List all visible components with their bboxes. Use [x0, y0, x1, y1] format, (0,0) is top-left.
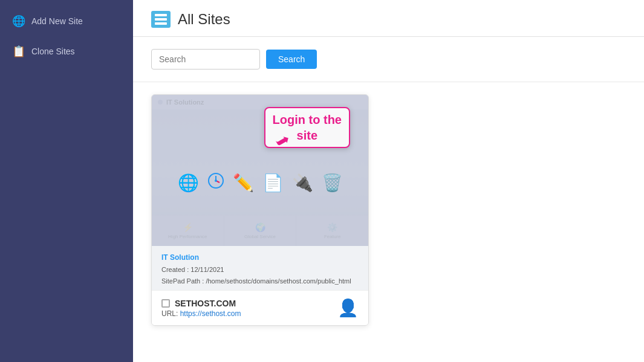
search-button[interactable]: Search — [266, 50, 317, 69]
sidebar-item-clone-sites[interactable]: 📋 Clone Sites — [0, 36, 133, 66]
card-domain-section: SETHOST.COM URL: https://sethost.com — [161, 299, 241, 318]
card-meta: Created : 12/11/2021 SitePad Path : /hom… — [161, 264, 359, 286]
sidebar-item-add-new-site[interactable]: 🌐 Add New Site — [0, 6, 133, 36]
action-icons-row: 🌐 ✏️ 📄 🔌 🗑️ — [178, 172, 343, 193]
domain-name: SETHOST.COM — [175, 299, 236, 308]
visit-site-icon[interactable]: 🌐 — [178, 173, 199, 193]
login-line1: Login to the — [273, 113, 342, 126]
svg-rect-2 — [155, 22, 167, 25]
copy-icon[interactable]: 📄 — [262, 173, 284, 193]
user-avatar-icon: 👤 — [337, 298, 359, 318]
clone-icon: 📋 — [12, 45, 25, 58]
url-row: URL: https://sethost.com — [161, 309, 241, 318]
created-label: Created : — [161, 266, 189, 273]
dashboard-icon[interactable] — [207, 172, 224, 193]
site-card: IT Solutionz ⚡ High Performance 🌍 Global… — [151, 94, 369, 326]
sidebar-item-label-add: Add New Site — [31, 16, 83, 26]
card-info: IT Solution Created : 12/11/2021 SitePad… — [152, 246, 368, 290]
search-area: Search — [133, 37, 644, 82]
card-bottom: SETHOST.COM URL: https://sethost.com 👤 — [152, 290, 368, 325]
svg-point-4 — [215, 179, 217, 182]
svg-rect-1 — [155, 18, 167, 21]
card-solution-label: IT Solution — [161, 253, 199, 262]
search-input[interactable] — [151, 49, 260, 69]
card-domain-row: SETHOST.COM — [161, 299, 241, 308]
trash-icon[interactable]: 🗑️ — [322, 173, 343, 193]
page-title: All Sites — [178, 11, 230, 28]
sitepad-label: SitePad Path : — [161, 277, 204, 285]
plugin-icon[interactable]: 🔌 — [292, 173, 313, 193]
svg-rect-0 — [155, 14, 167, 16]
sidebar: 🌐 Add New Site 📋 Clone Sites — [0, 0, 133, 362]
url-link[interactable]: https://sethost.com — [180, 309, 241, 318]
main-content: All Sites Search IT Solutionz — [133, 0, 644, 362]
card-overlay: Login to the site ➥ 🌐 — [152, 95, 368, 246]
add-site-icon: 🌐 — [12, 15, 25, 28]
content-area: IT Solutionz ⚡ High Performance 🌍 Global… — [133, 82, 644, 362]
page-header: All Sites — [133, 0, 644, 37]
login-line2: site — [297, 129, 317, 142]
sidebar-item-label-clone: Clone Sites — [31, 47, 75, 56]
all-sites-icon — [151, 11, 171, 28]
card-site-name-row: IT Solution — [161, 253, 359, 262]
url-label: URL: — [161, 309, 178, 318]
site-checkbox[interactable] — [161, 299, 170, 308]
edit-icon[interactable]: ✏️ — [233, 173, 254, 193]
sitepad-path: /home/sethostc/domains/sethost.com/publi… — [206, 277, 351, 285]
created-date: 12/11/2021 — [190, 266, 224, 273]
card-thumbnail: IT Solutionz ⚡ High Performance 🌍 Global… — [152, 95, 368, 246]
